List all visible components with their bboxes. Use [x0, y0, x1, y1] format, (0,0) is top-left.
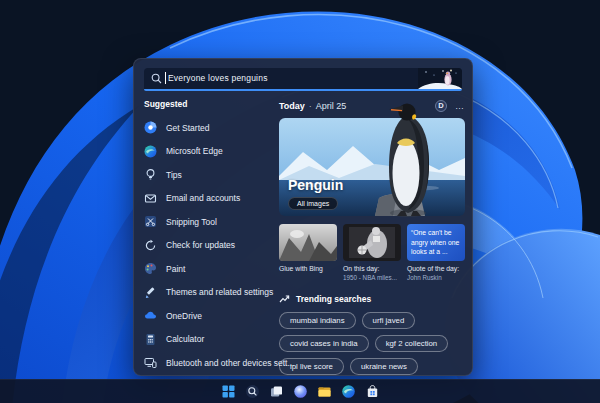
sidebar-item-label: Microsoft Edge [166, 146, 223, 156]
grayscale-photo [279, 224, 337, 261]
calculator-icon [144, 333, 157, 346]
paint-palette-icon [144, 262, 157, 275]
sidebar-item-label: Tips [166, 170, 182, 180]
trending-chip[interactable]: covid cases in india [279, 335, 369, 352]
sidebar-item-label: Email and accounts [166, 193, 240, 203]
sidebar-item-label: Paint [166, 264, 185, 274]
daily-cards-row: Glue with Bing On th [279, 224, 465, 281]
task-view-icon[interactable] [269, 384, 284, 399]
sidebar-item-microsoft-edge[interactable]: Microsoft Edge [144, 140, 274, 164]
all-images-button[interactable]: All images [288, 197, 338, 210]
trending-section: Trending searches mumbai indians urfi ja… [279, 294, 465, 375]
sidebar-item-tips[interactable]: Tips [144, 163, 274, 187]
sidebar-item-label: Bluetooth and other devices sett... [166, 358, 295, 368]
themes-pencil-icon [144, 286, 157, 299]
today-date: April 25 [316, 101, 347, 111]
sidebar-item-label: Snipping Tool [166, 217, 217, 227]
sidebar-item-snipping-tool[interactable]: Snipping Tool [144, 210, 274, 234]
sidebar-item-email-accounts[interactable]: Email and accounts [144, 187, 274, 211]
sidebar-item-label: Themes and related settings [166, 287, 273, 297]
store-icon[interactable] [365, 384, 380, 399]
card-subcaption: 1950 - NBA miles... [343, 274, 401, 281]
get-started-icon [144, 121, 157, 134]
refresh-updates-icon [144, 239, 157, 252]
card-glue-with-bing[interactable]: Glue with Bing [279, 224, 337, 281]
suggested-section: Suggested Get Started Microsoft Edge Tip… [144, 99, 274, 375]
grayscale-basketball-photo [343, 224, 401, 261]
sidebar-item-themes-settings[interactable]: Themes and related settings [144, 281, 274, 305]
onedrive-cloud-icon [144, 309, 157, 322]
quote-card-background: “One can't be angry when one looks at a … [407, 224, 465, 261]
search-flyout-panel: Everyone loves penguins Suggested Get St… [133, 58, 473, 376]
trending-chip[interactable]: ipl live score [279, 358, 344, 375]
sidebar-item-label: OneDrive [166, 311, 202, 321]
search-input[interactable]: Everyone loves penguins [144, 68, 462, 91]
card-subcaption: John Ruskin [407, 274, 465, 281]
hero-image-card[interactable]: Penguin All images [279, 118, 465, 216]
edge-browser-icon[interactable] [341, 384, 356, 399]
taskbar [0, 379, 600, 403]
email-envelope-icon [144, 192, 157, 205]
edge-icon [144, 145, 157, 158]
card-on-this-day[interactable]: On this day: 1950 - NBA miles... [343, 224, 401, 281]
sidebar-item-label: Get Started [166, 123, 209, 133]
today-label: Today [279, 101, 305, 111]
trending-chip[interactable]: urfi javed [362, 312, 416, 329]
file-explorer-icon[interactable] [317, 384, 332, 399]
sidebar-item-onedrive[interactable]: OneDrive [144, 304, 274, 328]
trending-title: Trending searches [296, 294, 371, 304]
search-icon [151, 73, 162, 84]
sidebar-item-label: Calculator [166, 334, 204, 344]
card-caption: On this day: [343, 265, 401, 272]
dot-separator: · [309, 101, 312, 111]
penguin-photo-subject [377, 101, 441, 219]
sidebar-item-calculator[interactable]: Calculator [144, 328, 274, 352]
trending-chip[interactable]: mumbai indians [279, 312, 356, 329]
more-options-button[interactable]: … [455, 103, 465, 109]
taskbar-search-icon[interactable] [245, 384, 260, 399]
quote-text: “One can't be angry when one looks at a … [411, 228, 461, 257]
bluetooth-devices-icon [144, 356, 157, 369]
trending-chips: mumbai indians urfi javed covid cases in… [279, 312, 465, 375]
text-caret [165, 72, 166, 84]
daily-content-section: Today · April 25 D … [279, 99, 465, 375]
widgets-icon[interactable] [293, 384, 308, 399]
hero-title: Penguin [288, 177, 343, 193]
sidebar-item-check-updates[interactable]: Check for updates [144, 234, 274, 258]
card-caption: Glue with Bing [279, 265, 337, 272]
sidebar-item-bluetooth-devices[interactable]: Bluetooth and other devices sett... [144, 351, 274, 375]
trending-chip[interactable]: ukraine news [350, 358, 418, 375]
trending-up-icon [279, 294, 290, 304]
sidebar-item-label: Check for updates [166, 240, 235, 250]
tips-lightbulb-icon [144, 168, 157, 181]
card-quote-of-the-day[interactable]: “One can't be angry when one looks at a … [407, 224, 465, 281]
start-button-icon[interactable] [221, 384, 236, 399]
sidebar-item-get-started[interactable]: Get Started [144, 116, 274, 140]
trending-chip[interactable]: kgf 2 collection [375, 335, 449, 352]
penguin-night-illustration [418, 68, 462, 89]
search-query-text: Everyone loves penguins [168, 73, 268, 83]
suggested-title: Suggested [144, 99, 274, 109]
sidebar-item-paint[interactable]: Paint [144, 257, 274, 281]
card-caption: Quote of the day: [407, 265, 465, 272]
snipping-tool-icon [144, 215, 157, 228]
